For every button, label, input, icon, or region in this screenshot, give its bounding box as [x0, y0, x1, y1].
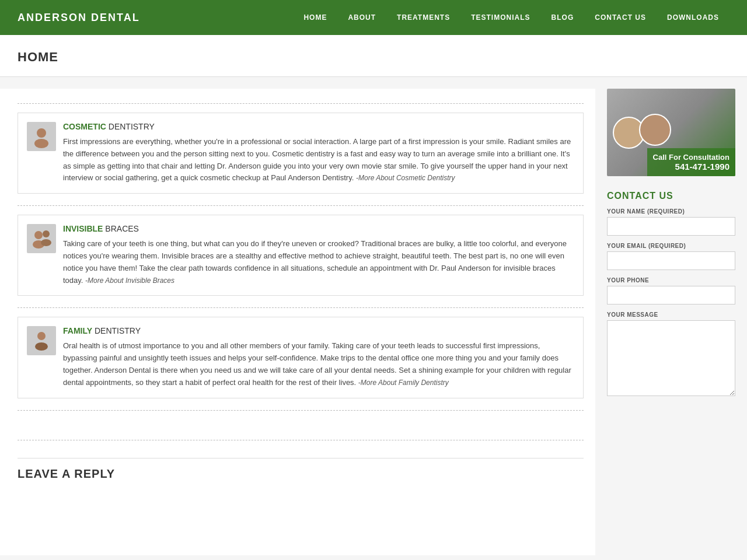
sidebar: Call For Consultation 541-471-1990 CONTA…: [595, 89, 747, 555]
banner-people: [607, 89, 735, 176]
invisible-thumb: [27, 224, 56, 253]
leave-reply-heading: LEAVE A REPLY: [18, 458, 584, 481]
cosmetic-link[interactable]: -More About Cosmetic Dentistry: [356, 174, 455, 182]
invisible-title: INVISIBLE BRACES: [63, 224, 574, 233]
nav-home[interactable]: HOME: [293, 0, 337, 35]
nav-treatments[interactable]: TREATMENTS: [386, 0, 460, 35]
form-message-label: YOUR MESSAGE: [607, 312, 735, 318]
invisible-title-bold: INVISIBLE: [63, 224, 103, 233]
svg-point-2: [34, 231, 43, 239]
form-name-group: YOUR NAME (REQUIRED): [607, 208, 735, 236]
svg-point-5: [41, 239, 51, 246]
form-email-input[interactable]: [607, 251, 735, 270]
form-name-label: YOUR NAME (REQUIRED): [607, 208, 735, 215]
svg-point-6: [37, 332, 46, 340]
form-phone-label: YOUR PHONE: [607, 277, 735, 284]
page-title-bar: HOME: [0, 35, 747, 77]
mid-divider-2: [18, 307, 584, 308]
cosmetic-thumb-icon: [30, 125, 53, 148]
cosmetic-title: COSMETIC DENTISTRY: [63, 122, 574, 131]
invisible-text: Taking care of your teeth is one thing, …: [63, 238, 574, 286]
mid-divider-1: [18, 205, 584, 206]
family-title-rest: DENTISTRY: [92, 326, 141, 335]
nav-testimonials[interactable]: TESTIMONIALS: [460, 0, 540, 35]
invisible-thumb-icon: [30, 227, 53, 250]
form-name-input[interactable]: [607, 217, 735, 236]
family-thumb-icon: [30, 329, 53, 352]
svg-point-1: [34, 139, 48, 148]
cosmetic-title-rest: DENTISTRY: [106, 122, 155, 131]
form-phone-group: YOUR PHONE: [607, 277, 735, 304]
sidebar-contact-title: CONTACT US: [607, 191, 735, 201]
svg-point-0: [37, 128, 46, 138]
nav-about[interactable]: ABOUT: [337, 0, 386, 35]
site-logo: ANDERSON DENTAL: [18, 12, 140, 24]
sidebar-banner: Call For Consultation 541-471-1990: [607, 89, 735, 176]
nav-contact-us[interactable]: CONTACT US: [584, 0, 657, 35]
family-thumb: [27, 326, 56, 355]
cosmetic-card: COSMETIC DENTISTRY First impressions are…: [18, 113, 584, 194]
cosmetic-title-bold: COSMETIC: [63, 122, 106, 131]
family-title-bold: FAMILY: [63, 326, 92, 335]
family-text: Oral health is of utmost importance to y…: [63, 340, 574, 388]
svg-point-7: [35, 342, 48, 351]
invisible-card: INVISIBLE BRACES Taking care of your tee…: [18, 215, 584, 296]
form-phone-input[interactable]: [607, 286, 735, 304]
nav-blog[interactable]: BLOG: [541, 0, 585, 35]
family-body: FAMILY DENTISTRY Oral health is of utmos…: [63, 326, 574, 388]
family-link[interactable]: -More About Family Dentistry: [358, 379, 449, 387]
main-wrapper: COSMETIC DENTISTRY First impressions are…: [0, 77, 747, 560]
form-email-label: YOUR EMAIL (REQUIRED): [607, 243, 735, 249]
cosmetic-body: COSMETIC DENTISTRY First impressions are…: [63, 122, 574, 184]
invisible-link[interactable]: -More About Invisible Braces: [85, 276, 174, 285]
cosmetic-thumb: [27, 122, 56, 151]
family-card: FAMILY DENTISTRY Oral health is of utmos…: [18, 317, 584, 398]
invisible-title-rest: BRACES: [103, 224, 138, 233]
form-message-textarea[interactable]: [607, 320, 735, 396]
nav-links: HOME ABOUT TREATMENTS TESTIMONIALS BLOG …: [293, 0, 729, 35]
svg-point-4: [43, 230, 50, 237]
family-title: FAMILY DENTISTRY: [63, 326, 574, 335]
nav-downloads[interactable]: DOWNLOADS: [657, 0, 729, 35]
top-divider: [18, 103, 584, 104]
reply-divider: [18, 440, 584, 440]
cosmetic-text: First impressions are everything, whethe…: [63, 136, 574, 184]
form-email-group: YOUR EMAIL (REQUIRED): [607, 243, 735, 270]
page-title: HOME: [18, 50, 729, 65]
navigation: ANDERSON DENTAL HOME ABOUT TREATMENTS TE…: [0, 0, 747, 35]
bottom-divider: [18, 410, 584, 411]
form-message-group: YOUR MESSAGE: [607, 312, 735, 398]
invisible-body: INVISIBLE BRACES Taking care of your tee…: [63, 224, 574, 286]
person-circle-2: [639, 114, 671, 146]
content-area: COSMETIC DENTISTRY First impressions are…: [0, 89, 595, 555]
